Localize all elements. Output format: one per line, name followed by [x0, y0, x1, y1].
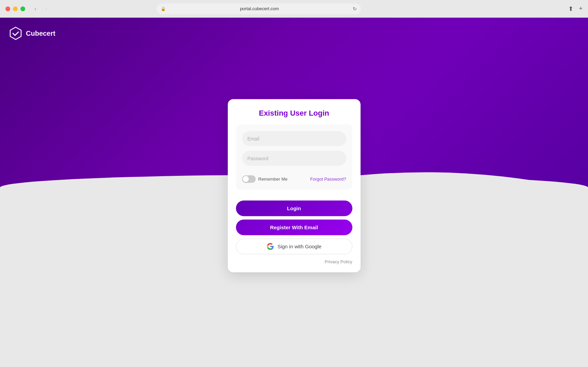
traffic-lights — [5, 6, 25, 11]
forgot-password-link[interactable]: Forgot Password? — [310, 177, 346, 182]
login-button[interactable]: Login — [236, 200, 352, 216]
remember-row: Remember Me Forgot Password? — [242, 175, 346, 183]
svg-marker-0 — [10, 27, 21, 39]
password-input[interactable] — [242, 151, 346, 166]
email-input[interactable] — [242, 131, 346, 146]
login-card: Existing User Login Remember Me Forgot P… — [228, 99, 361, 272]
logo: Cubecert — [8, 26, 55, 41]
register-email-button[interactable]: Register With Email — [236, 219, 352, 235]
remember-me-label: Remember Me — [258, 177, 288, 182]
lock-icon: 🔒 — [161, 6, 166, 11]
browser-chrome: ‹ › 🔒 portal.cubecert.com ↻ ⬆ + — [0, 0, 588, 18]
logo-icon — [8, 26, 23, 41]
nav-arrows: ‹ › — [31, 4, 51, 14]
login-card-wrapper: Existing User Login Remember Me Forgot P… — [228, 99, 361, 272]
remember-left: Remember Me — [242, 175, 288, 183]
remember-me-toggle[interactable] — [242, 175, 256, 183]
google-signin-button[interactable]: Sign in with Google — [236, 238, 352, 254]
inner-card: Remember Me Forgot Password? — [236, 124, 352, 189]
logo-text: Cubecert — [26, 30, 55, 37]
maximize-button[interactable] — [20, 6, 25, 11]
minimize-button[interactable] — [13, 6, 18, 11]
share-icon[interactable]: ⬆ — [568, 5, 573, 13]
reload-icon[interactable]: ↻ — [353, 6, 357, 12]
new-tab-icon[interactable]: + — [579, 5, 583, 12]
close-button[interactable] — [5, 6, 10, 11]
url-display: portal.cubecert.com — [169, 6, 350, 11]
address-bar[interactable]: 🔒 portal.cubecert.com ↻ — [157, 3, 361, 14]
page-content: Cubecert Existing User Login Remember Me… — [0, 18, 588, 367]
google-signin-label: Sign in with Google — [277, 244, 321, 249]
back-button[interactable]: ‹ — [31, 4, 40, 14]
privacy-policy-link[interactable]: Privacy Policy — [236, 259, 352, 264]
forward-button[interactable]: › — [42, 4, 51, 14]
google-icon — [267, 243, 274, 250]
card-title: Existing User Login — [236, 109, 352, 117]
browser-actions: ⬆ + — [568, 5, 583, 13]
